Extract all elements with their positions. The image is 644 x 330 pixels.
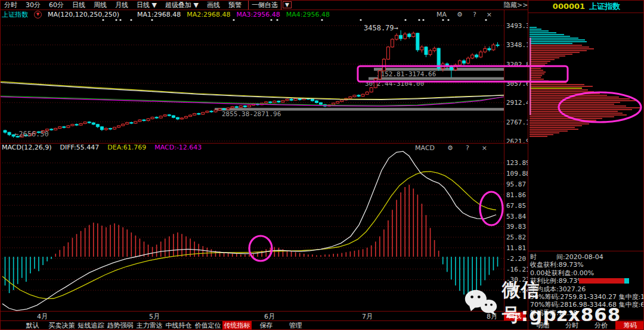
strategy-tab-7[interactable]: 传统指标	[222, 321, 252, 330]
right-panel-tab-bar: 明细分时分价筹码	[528, 320, 644, 330]
toolbar-item-watchlist[interactable]: 一侧自选	[248, 0, 281, 10]
ma-params-label: MA(120,120,250,250)	[48, 11, 119, 18]
strategy-tab-9[interactable]: 管理	[281, 321, 310, 330]
toolbar-item-4[interactable]: 周线	[89, 1, 111, 10]
ma2-value: MA2:2968.48	[187, 11, 230, 18]
chevron-down-icon[interactable]: ▼	[283, 1, 292, 8]
svg-text:2767.16: 2767.16	[506, 119, 528, 126]
ma4-value: MA4:2956.48	[286, 11, 330, 18]
strategy-tab-3[interactable]: 趋势强弱	[106, 321, 135, 330]
svg-text:2855.38-2871.96: 2855.38-2871.96	[222, 110, 281, 118]
svg-text:67.85: 67.85	[506, 202, 526, 210]
svg-text:123.89: 123.89	[506, 159, 528, 167]
right-panel-tab-0[interactable]: 明细	[528, 321, 558, 330]
stock-code: 000001	[553, 2, 585, 11]
hide-panel-button[interactable]: 隐藏>>	[504, 1, 528, 10]
macd-indicator-chart[interactable]: 123.89109.8895.8781.8667.8553.8439.8325.…	[0, 151, 528, 311]
ma3-value: MA3:2956.48	[237, 11, 280, 18]
svg-text:81.86: 81.86	[506, 191, 526, 199]
month-label-8月: 8月	[487, 312, 497, 321]
svg-text:-2.20: -2.20	[506, 255, 526, 263]
toolbar-item-8[interactable]: 画线	[203, 1, 224, 10]
chip-stat-row-1: 收盘获利:89.73%	[530, 261, 643, 269]
svg-text:3348.13: 3348.13	[506, 41, 528, 49]
month-label-5月: 5月	[149, 312, 160, 321]
ma-info-bar: 上证指数 ▼ MA(120,120,250,250) MA1:2968.48 M…	[0, 10, 528, 18]
macd-info-bar: MACD(12,26,9) DIFF:55.447 DEA:61.769 MAC…	[0, 143, 528, 151]
right-panel-tab-2[interactable]: 分价	[587, 321, 616, 330]
svg-text:-30.23: -30.23	[506, 276, 528, 284]
chip-stat-row-4: 平均成本:3027.26	[530, 285, 643, 293]
strategy-tab-5[interactable]: 中线持仓	[164, 321, 193, 330]
toolbar-item-0[interactable]: 分时	[0, 1, 21, 10]
svg-text:109.88: 109.88	[506, 170, 528, 178]
toolbar-item-9[interactable]: 预警	[224, 1, 246, 10]
toolbar-item-3[interactable]: 日线	[68, 1, 89, 10]
svg-text:11.81: 11.81	[506, 244, 526, 252]
toolbar-item-5[interactable]: 月线	[111, 1, 132, 10]
axis-divider	[504, 10, 504, 311]
svg-text:39.83: 39.83	[506, 223, 526, 231]
ma1-value: MA1:2968.48	[137, 11, 181, 18]
candlestick-chart[interactable]: 3493.373348.133202.893057.652912.402767.…	[0, 18, 528, 143]
chip-stats: 时 间:2020-08-04收盘获利:89.73%0.00处获利盘:0.00%获…	[530, 253, 643, 317]
chip-stat-row-3: 获利比例:89.73%	[530, 277, 643, 285]
strategy-tab-0[interactable]: 默认	[18, 321, 47, 330]
toolbar-item-1[interactable]: 30分	[21, 1, 45, 10]
chip-stat-row-6: 70%筹码:2816.98-3344.68 集中度:6.58	[530, 301, 643, 309]
month-label-6月: 6月	[264, 312, 275, 321]
strategy-tab-4[interactable]: 主力雷达	[135, 321, 164, 330]
toolbar-item-2[interactable]: 60分	[45, 1, 68, 10]
svg-text:3057.65: 3057.65	[506, 80, 528, 88]
stock-name: 上证指数	[589, 1, 620, 12]
strategy-tab-6[interactable]: 价值定位	[193, 321, 222, 330]
top-toolbar: 分时30分60分日线周线月线日线 ▼超级叠加 ▼画线预警一侧自选▼	[0, 0, 528, 10]
toolbar-item-6[interactable]: 日线 ▼	[132, 1, 161, 10]
chip-stat-row-7: 筹码乖离:11.38	[530, 309, 643, 317]
month-label-7月: 7月	[362, 312, 373, 321]
chip-stat-row-2: 0.00处获利盘:0.00%	[530, 269, 643, 277]
svg-text:2621.92: 2621.92	[506, 138, 528, 143]
chip-stat-row-5: 90%筹码:2759.81-3340.27 集中度:10.55	[530, 293, 643, 301]
svg-text:2912.40: 2912.40	[506, 99, 528, 107]
strategy-tab-bar: 默认买卖决策短线追踪趋势强弱主力雷达中线持仓价值定位传统指标保存管理	[0, 320, 528, 330]
svg-text:-44.24: -44.24	[506, 287, 528, 294]
svg-text:25.82: 25.82	[506, 234, 526, 241]
svg-text:-16.21: -16.21	[506, 266, 528, 273]
svg-text:3202.89: 3202.89	[506, 61, 528, 69]
toolbar-item-7[interactable]: 超级叠加 ▼	[161, 1, 203, 10]
strategy-tab-8[interactable]: 保存	[252, 321, 281, 330]
right-panel-tab-3[interactable]: 筹码	[615, 321, 644, 330]
symbol-dropdown-icon[interactable]: ▼	[34, 11, 42, 18]
chip-stat-row-0: 时 间:2020-08-04	[530, 253, 643, 261]
right-panel-tab-1[interactable]: 分时	[558, 321, 587, 330]
svg-text:←2656.50: ←2656.50	[14, 130, 49, 138]
chip-distribution-panel: 000001 上证指数 时 间:2020-08-04收盘获利:89.73%0.0…	[528, 0, 644, 330]
stats-divider	[528, 251, 644, 251]
svg-text:3458.79→: 3458.79→	[364, 24, 398, 32]
svg-text:3493.37: 3493.37	[506, 22, 528, 30]
strategy-tab-2[interactable]: 短线追踪	[76, 321, 106, 330]
strategy-tab-1[interactable]: 买卖决策	[47, 321, 76, 330]
svg-text:3152.81-3174.66: 3152.81-3174.66	[377, 70, 436, 78]
month-label-4月: 4月	[37, 312, 48, 321]
svg-text:95.87: 95.87	[506, 180, 526, 188]
period-tab-daily[interactable]: 日线	[504, 312, 526, 320]
chip-distribution-chart[interactable]	[528, 13, 644, 139]
right-panel-header: 000001 上证指数	[528, 0, 644, 13]
svg-text:53.84: 53.84	[506, 213, 526, 220]
profit-ratio-bar	[579, 278, 629, 284]
